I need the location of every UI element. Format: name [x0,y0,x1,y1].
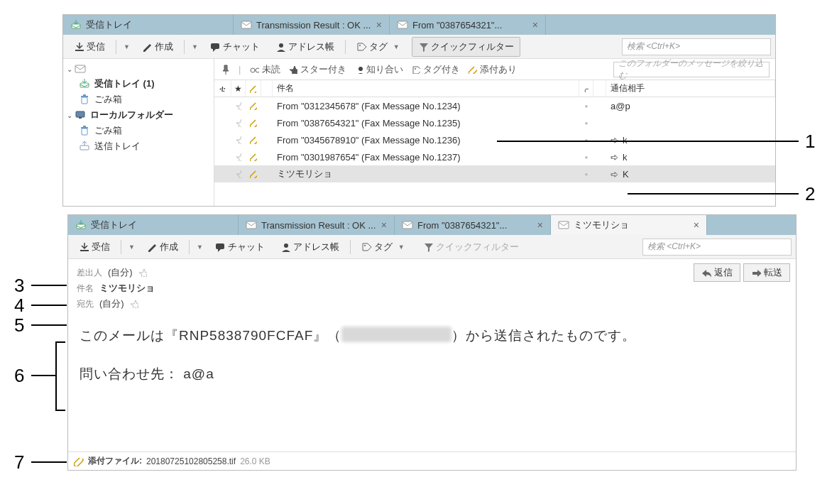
tabstrip: 受信トレイ Transmission Result : OK ... × Fro… [68,215,796,235]
search-input[interactable]: 検索 <Ctrl+K> [622,38,771,55]
folder-label: ごみ箱 [94,124,122,137]
receive-button[interactable]: 受信 [72,237,116,257]
label: 返信 [714,266,733,279]
folder-outbox[interactable]: 送信トレイ [63,138,214,154]
tab-from-msg[interactable]: From "0387654321"... × [395,215,551,235]
callout-line [31,375,55,376]
attachment-filename[interactable]: 20180725102805258.tif [146,456,236,466]
tab-transmission[interactable]: Transmission Result : OK ... × [234,15,390,35]
separator: | [239,64,241,75]
filter-starred[interactable]: スター付き [289,63,346,76]
dropdown-icon[interactable]: ▼ [126,243,138,251]
message-row[interactable]: From "0345678910" (Fax Message No.1236)●… [214,131,775,148]
chat-button[interactable]: チャット [204,37,266,57]
star-icon[interactable] [130,300,138,308]
filter-contact[interactable]: 知り合い [355,63,403,76]
envelope-icon [246,219,257,231]
quickfilter-button[interactable]: クイックフィルター [412,37,520,57]
message-body: このメールは『RNP5838790FCFAF』（）から送信されたものです。 問い… [68,314,796,451]
tab-mitsumorisho[interactable]: ミツモリショ × [551,215,707,235]
close-icon[interactable]: × [694,219,699,231]
envelope-icon [397,19,408,31]
dropdown-icon: ▼ [395,243,407,251]
chat-button[interactable]: チャット [209,237,271,257]
close-icon[interactable]: × [376,19,382,31]
compose-button[interactable]: 作成 [136,37,180,57]
row-correspondent: ➪K [606,165,775,182]
field-label: 件名 [77,283,94,295]
col-thread[interactable]: ቲ [214,80,231,97]
col-attachment[interactable] [246,80,261,97]
tab-from-msg[interactable]: From "0387654321"... × [390,15,546,35]
col-read[interactable] [579,80,593,97]
outgoing-icon: ➪ [611,169,618,180]
field-value: (自分) [99,297,124,310]
tab-inbox[interactable]: 受信トレイ [63,15,234,35]
field-label: 差出人 [77,267,102,279]
envelope-icon [558,219,569,231]
label: 受信 [92,241,110,253]
account-row[interactable]: ⌄ [63,62,214,76]
callout-line [31,305,67,306]
callout-6: 6 [14,365,24,387]
dropdown-icon[interactable]: ▼ [189,43,201,50]
close-icon[interactable]: × [532,19,538,31]
star-icon[interactable] [138,268,147,277]
callout-3: 3 [14,275,24,297]
close-icon[interactable]: × [537,219,543,231]
dropdown-icon[interactable]: ▼ [194,243,206,251]
tag-button[interactable]: タグ▼ [355,237,414,257]
message-row[interactable]: From "0312345678" (Fax Message No.1234)●… [214,97,775,114]
folder-inbox[interactable]: 受信トレイ (1) [63,76,214,92]
tab-inbox[interactable]: 受信トレイ [68,215,239,235]
star-icon[interactable] [231,114,246,131]
message-row[interactable]: From "0301987654" (Fax Message No.1237)●… [214,148,775,165]
message-row[interactable]: From "0387654321" (Fax Message No.1235)● [214,114,775,131]
label: 作成 [155,40,173,53]
filter-attachment[interactable]: 添付あり [469,63,517,76]
account-local[interactable]: ⌄ローカルフォルダー [63,107,214,123]
text: このメールは『RNP5838790FCFAF』（ [80,328,341,343]
label: 添付あり [480,63,517,76]
twisty-icon[interactable]: ⌄ [66,65,73,73]
filter-unread[interactable]: 未読 [249,63,280,76]
close-icon[interactable]: × [381,219,387,231]
addressbook-button[interactable]: アドレス帳 [274,237,346,257]
attachment-bar[interactable]: 添付ファイル: 20180725102805258.tif 26.0 KB [68,451,796,470]
filter-search-input[interactable]: このフォルダーのメッセージを絞り込む [613,62,770,77]
row-correspondent [606,114,775,131]
outgoing-icon: ➪ [611,135,618,146]
callout-line [31,324,67,326]
reply-button[interactable]: 返信 [694,263,740,282]
filter-tagged[interactable]: タグ付き [412,63,460,76]
search-input[interactable]: 検索 <Ctrl+K> [642,239,792,256]
folder-trash[interactable]: ごみ箱 [63,92,214,107]
separator [121,240,121,254]
callout-line [31,461,67,463]
star-icon[interactable] [231,131,246,148]
forward-button[interactable]: 転送 [743,263,790,282]
folder-label: 送信トレイ [94,140,141,153]
tab-label: From "0387654321"... [412,20,502,31]
star-icon[interactable] [231,97,246,114]
col-correspondent[interactable]: 通信相手 [606,80,775,97]
star-icon[interactable] [231,165,246,182]
dropdown-icon[interactable]: ▼ [121,43,133,50]
tag-button[interactable]: タグ▼ [350,37,409,57]
attachment-icon [246,114,261,131]
tab-transmission[interactable]: Transmission Result : OK ... × [239,215,395,235]
pin-icon[interactable] [220,65,230,75]
compose-button[interactable]: 作成 [141,237,185,257]
twisty-icon[interactable]: ⌄ [66,111,73,119]
star-icon[interactable] [231,148,246,165]
receive-button[interactable]: 受信 [67,37,111,57]
label: クイックフィルター [431,40,514,53]
inbox-icon [75,219,87,231]
addressbook-button[interactable]: アドレス帳 [269,37,341,57]
field-label: 宛先 [77,298,94,310]
callout-1: 1 [805,131,815,153]
col-star[interactable]: ★ [231,80,246,97]
folder-trash-local[interactable]: ごみ箱 [63,123,214,138]
col-subject[interactable]: 件名 [273,80,579,97]
message-row[interactable]: ミツモリショ●➪K [214,165,775,182]
